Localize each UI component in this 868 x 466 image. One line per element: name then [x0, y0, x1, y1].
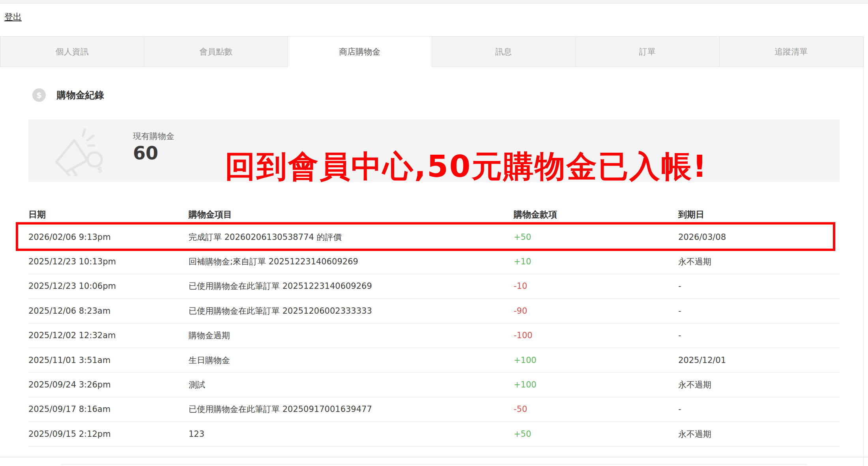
cell-item: 完成訂單 20260206130538774 的評價 — [189, 232, 514, 243]
cell-expiry: 2026/03/08 — [678, 232, 840, 242]
tab-label: 商店購物金 — [339, 46, 380, 57]
logout-link[interactable]: 登出 — [4, 11, 22, 23]
cell-amount: +100 — [514, 380, 678, 389]
cell-date: 2025/12/06 8:23am — [28, 306, 189, 316]
cell-expiry: 2025/12/01 — [678, 356, 840, 365]
tab-personal-info[interactable]: 個人資訊 — [0, 36, 144, 67]
table-row: 2025/12/23 10:06pm 已使用購物金在此筆訂單 202512231… — [28, 274, 840, 299]
cell-date: 2025/12/02 12:32am — [28, 331, 189, 340]
content-bottom-divider — [0, 457, 868, 457]
tab-label: 會員點數 — [199, 46, 232, 57]
tab-bar: 個人資訊會員點數商店購物金訊息訂單追蹤清單 — [0, 36, 863, 67]
cell-expiry: - — [678, 306, 840, 316]
cell-amount: -50 — [514, 404, 678, 414]
cell-item: 已使用購物金在此筆訂單 20251223140609269 — [189, 281, 514, 292]
cell-amount: +100 — [514, 356, 678, 365]
tab-label: 個人資訊 — [56, 46, 89, 57]
cell-date: 2025/09/24 3:26pm — [28, 380, 189, 389]
cell-expiry: - — [678, 331, 840, 340]
cell-amount: -10 — [514, 281, 678, 291]
section-header: $ 購物金紀錄 — [32, 88, 104, 102]
tab-wishlist[interactable]: 追蹤清單 — [719, 36, 864, 67]
cell-item: 123 — [189, 429, 514, 439]
cell-date: 2025/11/01 3:51am — [28, 356, 189, 365]
cell-item: 測試 — [189, 379, 514, 390]
cell-amount: +50 — [514, 429, 678, 439]
summary-value: 60 — [133, 142, 158, 164]
header-item: 購物金項目 — [189, 209, 514, 221]
cell-item: 已使用購物金在此筆訂單 20250917001639477 — [189, 404, 514, 415]
cell-date: 2025/12/23 10:13pm — [28, 257, 189, 266]
table-row: 2026/02/06 9:13pm 完成訂單 20260206130538774… — [28, 225, 840, 249]
table-row: 2025/12/23 10:13pm 回補購物金;來自訂單 2025122314… — [28, 249, 840, 274]
cell-amount: +10 — [514, 257, 678, 266]
tab-member-points[interactable]: 會員點數 — [144, 36, 288, 67]
tab-orders[interactable]: 訂單 — [575, 36, 720, 67]
cell-item: 購物金過期 — [189, 330, 514, 341]
header-date: 日期 — [28, 209, 189, 221]
cell-date: 2025/12/23 10:06pm — [28, 281, 189, 291]
tab-label: 訂單 — [639, 46, 656, 57]
cell-expiry: - — [678, 404, 840, 414]
cell-expiry: 永不過期 — [678, 379, 840, 390]
annotation-text: 回到會員中心,50元購物金已入帳! — [225, 151, 708, 183]
cell-item: 回補購物金;來自訂單 20251223140609269 — [189, 256, 514, 267]
megaphone-icon: $ — [43, 127, 118, 176]
cell-expiry: - — [678, 281, 840, 291]
cell-amount: -90 — [514, 306, 678, 316]
table-row: 2025/11/01 3:51am 生日購物金 +100 2025/12/01 — [28, 348, 840, 372]
table-rows: 2026/02/06 9:13pm 完成訂單 20260206130538774… — [28, 225, 840, 447]
table-header-row: 日期 購物金項目 購物金款項 到期日 — [28, 204, 840, 225]
tab-messages[interactable]: 訊息 — [432, 36, 576, 67]
cell-item: 已使用購物金在此筆訂單 20251206002333333 — [189, 305, 514, 316]
cell-date: 2025/09/17 8:16am — [28, 404, 189, 414]
table-row: 2025/12/06 8:23am 已使用購物金在此筆訂單 2025120600… — [28, 299, 840, 323]
summary-label: 現有購物金 — [133, 131, 174, 142]
table-row: 2025/09/24 3:26pm 測試 +100 永不過期 — [28, 372, 840, 397]
footer-divider — [61, 464, 807, 464]
cell-expiry: 永不過期 — [678, 256, 840, 267]
cell-date: 2025/09/15 2:12pm — [28, 429, 189, 439]
credit-history-table: 日期 購物金項目 購物金款項 到期日 2026/02/06 9:13pm 完成訂… — [28, 204, 840, 447]
cell-item: 生日購物金 — [189, 355, 514, 366]
tab-store-credit[interactable]: 商店購物金 — [288, 36, 432, 67]
tab-label: 訊息 — [495, 46, 512, 57]
cell-expiry: 永不過期 — [678, 429, 840, 440]
header-expiry: 到期日 — [678, 209, 840, 221]
cell-amount: +50 — [514, 232, 678, 242]
section-title: 購物金紀錄 — [57, 89, 104, 101]
table-row: 2025/09/15 2:12pm 123 +50 永不過期 — [28, 422, 840, 446]
table-row: 2025/09/17 8:16am 已使用購物金在此筆訂單 2025091700… — [28, 397, 840, 422]
coin-dollar-glyph: $ — [97, 165, 103, 174]
cell-date: 2026/02/06 9:13pm — [28, 232, 189, 242]
right-edge-divider — [863, 36, 864, 466]
header-amount: 購物金款項 — [514, 209, 678, 221]
tab-label: 追蹤清單 — [774, 46, 808, 57]
dollar-coin-icon: $ — [32, 88, 46, 102]
cell-amount: -100 — [514, 331, 678, 340]
table-row: 2025/12/02 12:32am 購物金過期 -100 - — [28, 324, 840, 348]
top-divider — [0, 0, 868, 4]
member-center-page: 登出 個人資訊會員點數商店購物金訊息訂單追蹤清單 $ 購物金紀錄 $ 現有購物金… — [0, 0, 868, 466]
